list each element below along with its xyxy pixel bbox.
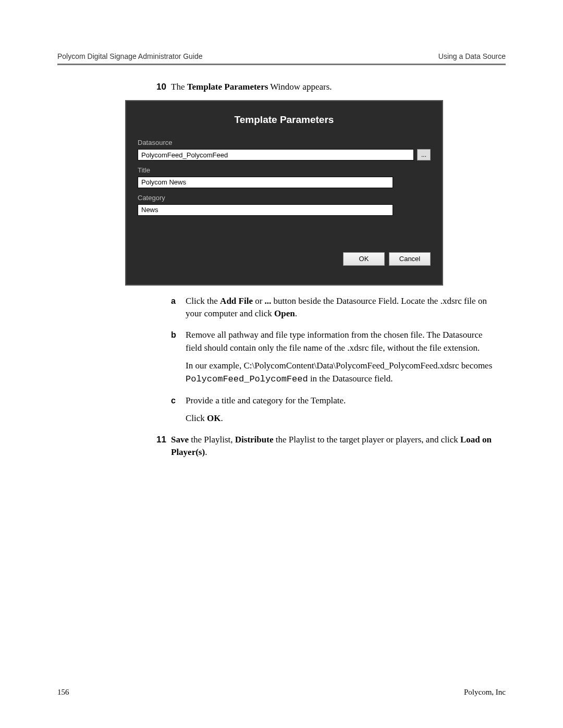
page-number: 156: [57, 688, 69, 697]
substep-c: c Provide a title and category for the T…: [171, 394, 495, 430]
datasource-label: Datasource: [138, 138, 431, 148]
step-body: Save the Playlist, Distribute the Playli…: [171, 434, 495, 459]
header-left: Polycom Digital Signage Administrator Gu…: [57, 52, 203, 60]
footer-company: Polycom, Inc: [464, 688, 506, 697]
header-rule: [57, 64, 506, 65]
template-parameters-dialog: Template Parameters Datasource ... Title…: [125, 100, 443, 286]
page-header: Polycom Digital Signage Administrator Gu…: [57, 52, 506, 64]
substep-a: a Click the Add File or ... button besid…: [171, 295, 495, 326]
ok-button[interactable]: OK: [343, 252, 385, 266]
step-body: The Template Parameters Window appears.: [171, 81, 495, 94]
browse-button[interactable]: ...: [417, 149, 431, 161]
step-number: 11: [156, 434, 171, 459]
step-number: 10: [156, 81, 171, 94]
substep-body: Remove all pathway and file type informa…: [186, 329, 495, 391]
substep-body: Provide a title and category for the Tem…: [186, 394, 495, 430]
cancel-button[interactable]: Cancel: [389, 252, 431, 266]
step-10: 10 The Template Parameters Window appear…: [156, 81, 495, 94]
substep-letter: c: [171, 394, 186, 430]
title-input[interactable]: [138, 177, 393, 188]
category-label: Category: [138, 193, 431, 203]
substep-b: b Remove all pathway and file type infor…: [171, 329, 495, 391]
header-right: Using a Data Source: [438, 52, 506, 60]
substep-letter: a: [171, 295, 186, 326]
category-input[interactable]: [138, 204, 393, 216]
substep-body: Click the Add File or ... button beside …: [186, 295, 495, 326]
datasource-input[interactable]: [138, 149, 414, 161]
title-label: Title: [138, 166, 431, 176]
substep-letter: b: [171, 329, 186, 391]
dialog-title: Template Parameters: [138, 113, 431, 127]
page-footer: 156 Polycom, Inc: [57, 688, 506, 697]
step-11: 11 Save the Playlist, Distribute the Pla…: [156, 434, 495, 459]
